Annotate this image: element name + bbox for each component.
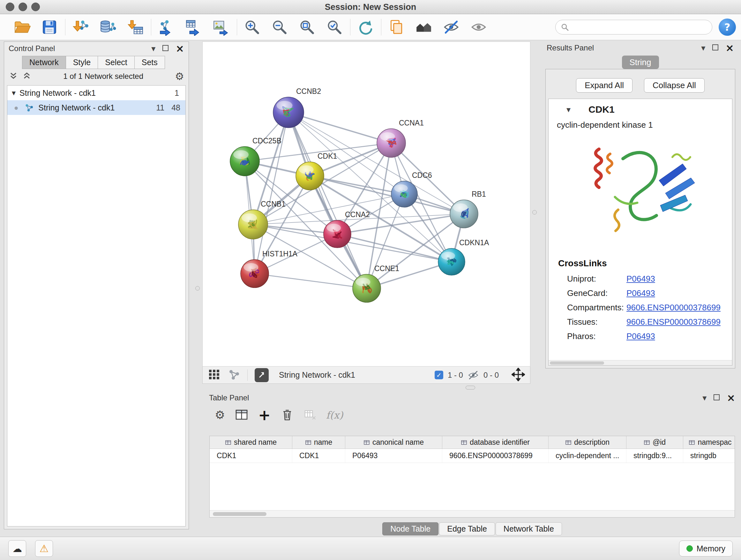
panel-menu-button[interactable]: ▾ [151,44,155,53]
import-network-database-button[interactable] [98,18,117,37]
documents-button[interactable] [387,18,406,37]
delete-column-button[interactable] [280,408,294,423]
crosslink-uniprot-link[interactable]: P06493 [626,272,655,286]
scrollbar-thumb[interactable] [213,512,266,516]
show-hidden-button[interactable] [469,18,488,37]
protein-section-expander-icon[interactable]: ▾ [566,105,570,114]
table-options-gear-button[interactable]: ⚙ [215,409,225,421]
tab-network-table[interactable]: Network Table [495,522,562,536]
network-overview-button[interactable] [227,368,240,382]
scrollbar-thumb[interactable] [550,361,604,365]
node-label-cdc6: CDC6 [412,171,432,179]
export-network-button[interactable] [157,18,176,37]
detach-view-button[interactable] [255,368,269,382]
panel-float-button[interactable] [714,394,720,401]
network-options-gear-button[interactable]: ⚙ [175,71,184,81]
column-header-canonical-name[interactable]: canonical name [345,436,442,449]
network-node-hist1h1a[interactable]: HIST1H1A [241,250,298,288]
function-builder-button[interactable]: f(x) [326,409,343,421]
tab-select[interactable]: Select [98,56,134,69]
table-horizontal-scrollbar[interactable] [210,510,735,517]
hide-selected-button[interactable] [442,18,461,37]
network-node-rb1[interactable]: RB1 [450,190,486,228]
crosslink-tissues-link[interactable]: 9606.ENSP00000378699 [626,315,721,329]
left-splitter-handle[interactable] [195,286,200,291]
column-header-database-identifier[interactable]: database identifier [442,436,549,449]
zoom-out-button[interactable] [270,18,289,37]
zoom-fit-button[interactable] [298,18,316,37]
collapse-all-button[interactable]: Collapse All [644,78,704,92]
cloud-status-button[interactable]: ☁ [8,540,26,557]
panel-menu-button[interactable]: ▾ [701,44,705,52]
memory-button[interactable]: Memory [679,541,733,557]
tab-edge-table[interactable]: Edge Table [439,522,495,536]
save-session-button[interactable] [40,18,59,37]
tab-network[interactable]: Network [22,56,66,69]
network-edge-CCNB2-CCNE1[interactable] [288,112,367,288]
tree-expander-icon[interactable]: ▾ [12,88,16,98]
add-column-button[interactable]: + [258,408,271,422]
search-input[interactable] [572,21,712,34]
traffic-light-close-button[interactable] [6,3,14,11]
column-header-name[interactable]: name [292,436,345,449]
pan-mode-button[interactable] [512,368,525,382]
export-image-button[interactable] [212,18,230,37]
panel-close-button[interactable]: × [725,43,734,53]
results-horizontal-scrollbar[interactable] [549,360,732,365]
collapse-all-tree-button[interactable] [9,71,18,82]
expand-all-button[interactable]: Expand All [576,78,632,92]
show-columns-button[interactable] [234,408,249,423]
birdseye-toggle-button[interactable] [208,368,220,382]
traffic-light-minimize-button[interactable] [18,3,27,11]
collection-count: 1 [175,88,179,98]
column-header-id[interactable]: @id [626,436,683,449]
network-node-ccne1[interactable]: CCNE1 [353,264,399,302]
network-view[interactable]: CCNB2CCNA1CDC25BCDK1CDC6RB1CCNB1CCNA2CDK… [202,42,530,367]
crosslink-pharos-link[interactable]: P06493 [626,329,655,344]
zoom-in-button[interactable] [243,18,261,37]
folder-open-icon [13,18,30,36]
crosslink-genecard-link[interactable]: P06493 [626,286,655,300]
panel-menu-button[interactable]: ▾ [702,394,706,402]
selected-checkbox-icon[interactable]: ✓ [434,371,443,379]
panel-float-button[interactable] [162,45,169,52]
column-header-namespace[interactable]: namespac [683,436,735,449]
export-table-icon [185,18,202,36]
horizontal-splitter-handle[interactable] [466,386,475,389]
tree-row-network[interactable]: ● String Network - cdk1 11 48 [7,100,185,115]
column-header-shared-name[interactable]: shared name [210,436,292,449]
open-session-button[interactable] [13,18,31,37]
import-network-file-button[interactable] [71,18,90,37]
delete-table-button-disabled[interactable] [304,408,317,422]
network-node-ccnb2[interactable]: CCNB2 [273,87,321,128]
help-button[interactable]: ? [719,18,736,36]
export-table-button[interactable] [185,18,203,37]
network-node-cdkn1a[interactable]: CDKN1A [438,239,489,275]
tab-style[interactable]: Style [66,56,98,69]
right-splitter-handle[interactable] [532,210,537,214]
panel-close-button[interactable]: × [176,44,184,54]
network-node-cdk1[interactable]: CDK1 [296,152,337,190]
warnings-button[interactable]: ⚠ [35,540,53,557]
network-node-cdc25b[interactable]: CDC25B [230,137,281,176]
table-row[interactable]: CDK1 CDK1 P06493 9606.ENSP00000378699 cy… [210,449,735,463]
tab-node-table[interactable]: Node Table [382,522,439,536]
traffic-light-zoom-button[interactable] [31,3,40,11]
crosslink-compartments-link[interactable]: 9606.ENSP00000378699 [626,300,721,315]
network-edge-CCNB2-CCNA1[interactable] [288,112,391,143]
zoom-selected-button[interactable] [325,18,344,37]
trash-icon [280,408,294,422]
network-graph-canvas[interactable]: CCNB2CCNA1CDC25BCDK1CDC6RB1CCNB1CCNA2CDK… [203,42,530,366]
tab-string[interactable]: String [622,56,659,69]
network-edge-HIST1H1A-CCNE1[interactable] [255,273,367,288]
network-node-ccna1[interactable]: CCNA1 [377,119,424,158]
panel-close-button[interactable]: × [727,393,735,403]
home-button[interactable] [414,18,433,37]
apply-layout-button[interactable] [356,18,375,37]
panel-float-button[interactable] [712,44,718,51]
tab-sets[interactable]: Sets [134,56,165,69]
column-header-description[interactable]: description [549,436,626,449]
tree-row-collection[interactable]: ▾ String Network - cdk1 1 [7,85,185,100]
expand-all-tree-button[interactable] [22,71,31,82]
import-table-button[interactable] [126,18,145,37]
